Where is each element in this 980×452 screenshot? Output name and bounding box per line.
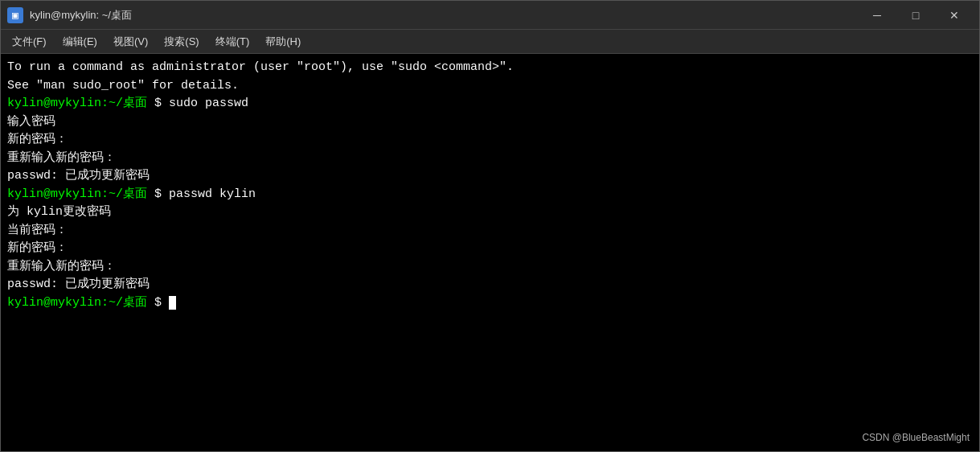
terminal-line: 重新输入新的密码： <box>7 150 973 168</box>
terminal-line: See "man sudo_root" for details. <box>7 77 973 96</box>
terminal-window: ▣ kylin@mykylin: ~/桌面 ─ □ ✕ 文件(F)编辑(E)视图… <box>0 0 980 452</box>
window-title: kylin@mykylin: ~/桌面 <box>30 8 859 23</box>
menubar: 文件(F)编辑(E)视图(V)搜索(S)终端(T)帮助(H) <box>1 30 979 54</box>
window-controls: ─ □ ✕ <box>859 3 973 27</box>
terminal-line: 输入密码 <box>7 113 973 132</box>
app-icon: ▣ <box>7 7 23 23</box>
terminal-line: 当前密码： <box>7 222 973 240</box>
menu-item[interactable]: 文件(F) <box>4 31 55 52</box>
terminal-line: 新的密码： <box>7 240 973 258</box>
menu-item[interactable]: 搜索(S) <box>156 31 207 52</box>
menu-item[interactable]: 编辑(E) <box>55 31 105 52</box>
menu-item[interactable]: 视图(V) <box>105 31 156 52</box>
terminal-line: passwd: 已成功更新密码 <box>7 167 973 186</box>
watermark: CSDN @BlueBeastMight <box>862 430 970 445</box>
terminal-line: passwd: 已成功更新密码 <box>7 276 973 294</box>
terminal-line: 为 kylin更改密码 <box>7 203 973 222</box>
terminal-line: 重新输入新的密码： <box>7 258 973 277</box>
terminal-line: To run a command as administrator (user … <box>7 59 973 77</box>
close-button[interactable]: ✕ <box>936 3 973 27</box>
titlebar: ▣ kylin@mykylin: ~/桌面 ─ □ ✕ <box>1 1 979 30</box>
terminal-line: kylin@mykylin:~/桌面 $ passwd kylin <box>7 186 973 204</box>
terminal-line: 新的密码： <box>7 131 973 150</box>
terminal-line: kylin@mykylin:~/桌面 $ sudo passwd <box>7 95 973 113</box>
terminal-body[interactable]: To run a command as administrator (user … <box>1 54 979 451</box>
maximize-button[interactable]: □ <box>897 3 934 27</box>
menu-item[interactable]: 帮助(H) <box>257 31 309 52</box>
menu-item[interactable]: 终端(T) <box>207 31 258 52</box>
terminal-line: kylin@mykylin:~/桌面 $ <box>7 294 973 313</box>
minimize-button[interactable]: ─ <box>859 3 896 27</box>
